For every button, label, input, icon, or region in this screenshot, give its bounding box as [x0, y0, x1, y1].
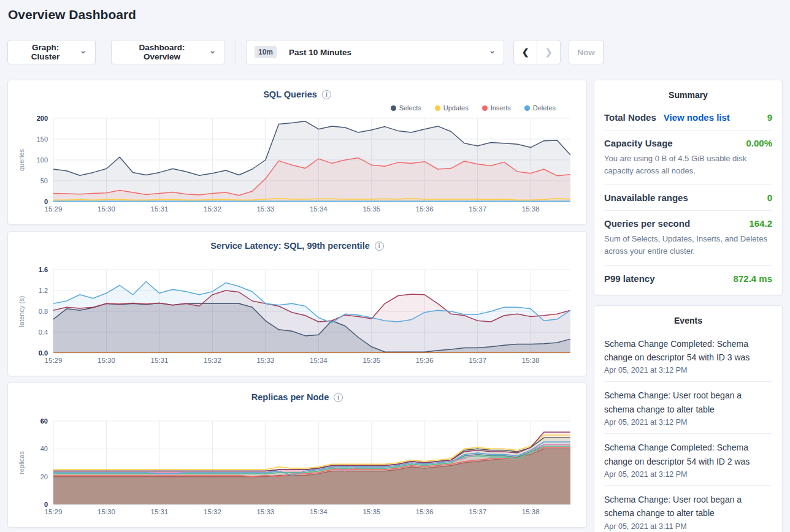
svg-text:15:36: 15:36 — [416, 205, 434, 213]
svg-text:15:33: 15:33 — [256, 205, 274, 213]
event-timestamp: Apr 05, 2021 at 3:12 PM — [604, 366, 772, 374]
info-icon[interactable]: i — [375, 241, 384, 251]
svg-text:15:29: 15:29 — [45, 357, 63, 364]
legend-dot-icon — [435, 105, 440, 111]
summary-label: Unavailable ranges — [604, 192, 688, 203]
svg-text:15:34: 15:34 — [310, 205, 328, 213]
service-latency-card: Service Latency: SQL, 99th percentile i … — [7, 231, 587, 376]
event-text: Schema Change Completed: Schema change o… — [604, 441, 772, 468]
svg-text:60: 60 — [40, 417, 48, 425]
time-prev-button[interactable]: ❮ — [513, 40, 537, 64]
summary-row-qps: Queries per second 164.2 Sum of Selects,… — [604, 210, 772, 265]
summary-label: Queries per second — [604, 218, 690, 229]
chevron-down-icon: ⌄ — [489, 48, 496, 54]
legend-label: Selects — [399, 104, 421, 112]
time-range-label: Past 10 Minutes — [289, 48, 351, 57]
svg-text:15:34: 15:34 — [310, 357, 328, 364]
svg-text:40: 40 — [40, 445, 48, 452]
legend-item[interactable]: Selects — [391, 104, 421, 112]
svg-text:latency (s): latency (s) — [18, 296, 25, 327]
sql-queries-legend: SelectsUpdatesInsertsDeletes — [17, 101, 578, 115]
svg-text:15:30: 15:30 — [98, 508, 115, 515]
svg-text:0.0: 0.0 — [39, 349, 48, 357]
summary-label: Capacity Usage — [604, 138, 673, 148]
event-text: Schema Change: User root began a schema … — [604, 389, 772, 416]
events-panel: Events Schema Change Completed: Schema c… — [594, 305, 783, 532]
legend-dot-icon — [524, 105, 530, 111]
time-range-picker[interactable]: 10m Past 10 Minutes ⌄ — [246, 40, 504, 64]
summary-value: 9 — [767, 112, 772, 123]
legend-item[interactable]: Deletes — [524, 104, 556, 112]
dashboard-dropdown[interactable]: Dashboard: Overview ⌄ — [111, 40, 225, 64]
svg-text:15:38: 15:38 — [522, 508, 540, 515]
summary-row-capacity: Capacity Usage 0.00% You are using 0 B o… — [604, 130, 772, 184]
legend-label: Deletes — [533, 104, 556, 112]
svg-text:queries: queries — [18, 148, 25, 171]
svg-text:15:30: 15:30 — [98, 205, 115, 213]
summary-value: 0 — [767, 192, 772, 203]
svg-text:15:32: 15:32 — [204, 205, 221, 213]
view-nodes-list-link[interactable]: View nodes list — [664, 112, 730, 123]
svg-text:15:31: 15:31 — [151, 357, 169, 364]
replicas-title: Replicas per Node — [251, 392, 329, 402]
svg-text:15:37: 15:37 — [469, 508, 486, 515]
summary-value: 0.00% — [746, 138, 772, 148]
summary-panel: Summary Total Nodes View nodes list 9 Ca… — [594, 80, 783, 295]
graph-dropdown[interactable]: Graph: Cluster ⌄ — [7, 40, 96, 64]
summary-label: Total Nodes — [604, 112, 656, 123]
time-next-button[interactable]: ❯ — [537, 40, 561, 64]
svg-text:15:35: 15:35 — [362, 357, 380, 364]
chevron-down-icon: ⌄ — [209, 48, 216, 54]
summary-value: 872.4 ms — [734, 273, 772, 284]
svg-text:15:31: 15:31 — [151, 205, 169, 213]
svg-text:15:38: 15:38 — [522, 205, 540, 213]
time-nav-group: ❮ ❯ — [513, 40, 561, 64]
graph-dropdown-label: Graph: Cluster — [17, 43, 74, 61]
svg-text:replicas: replicas — [18, 451, 25, 474]
now-button[interactable]: Now — [569, 40, 604, 64]
svg-text:0.8: 0.8 — [39, 308, 48, 315]
event-timestamp: Apr 05, 2021 at 3:11 PM — [604, 522, 772, 531]
svg-text:15:33: 15:33 — [256, 357, 274, 364]
legend-item[interactable]: Inserts — [482, 104, 511, 112]
svg-text:15:29: 15:29 — [45, 205, 63, 213]
service-latency-chart: 15:2915:3015:3115:3215:3315:3415:3515:36… — [17, 266, 578, 369]
svg-text:15:30: 15:30 — [98, 357, 115, 364]
right-column: Summary Total Nodes View nodes list 9 Ca… — [594, 80, 783, 532]
time-range-badge: 10m — [255, 46, 277, 58]
chevron-left-icon: ❮ — [522, 47, 529, 57]
chevron-down-icon: ⌄ — [80, 48, 86, 54]
legend-label: Inserts — [491, 104, 511, 112]
svg-text:0.4: 0.4 — [39, 329, 48, 336]
event-text: Schema Change Completed: Schema change o… — [604, 337, 772, 365]
event-timestamp: Apr 05, 2021 at 3:12 PM — [604, 470, 772, 479]
events-title: Events — [604, 314, 772, 330]
event-item: Schema Change Completed: Schema change o… — [604, 330, 772, 382]
svg-text:0: 0 — [44, 198, 48, 205]
info-icon[interactable]: i — [322, 90, 331, 99]
events-list: Schema Change Completed: Schema change o… — [604, 330, 772, 532]
service-latency-title: Service Latency: SQL, 99th percentile — [210, 241, 370, 251]
svg-text:15:33: 15:33 — [256, 508, 274, 515]
legend-item[interactable]: Updates — [435, 104, 469, 112]
svg-text:15:37: 15:37 — [469, 357, 486, 364]
dashboard-dropdown-label: Dashboard: Overview — [120, 43, 204, 61]
svg-text:15:35: 15:35 — [362, 205, 380, 213]
legend-dot-icon — [391, 105, 396, 111]
summary-label: P99 latency — [604, 273, 655, 284]
chevron-right-icon: ❯ — [545, 47, 553, 57]
summary-subtext: You are using 0 B of 4.5 GiB usable disk… — [604, 153, 772, 177]
svg-text:0: 0 — [44, 501, 48, 508]
svg-text:50: 50 — [40, 177, 48, 184]
summary-subtext: Sum of Selects, Updates, Inserts, and De… — [604, 233, 772, 257]
summary-title: Summary — [604, 89, 772, 105]
legend-label: Updates — [443, 104, 469, 112]
summary-value: 164.2 — [749, 218, 772, 229]
sql-queries-chart: 15:2915:3015:3115:3215:3315:3415:3515:36… — [17, 115, 578, 218]
info-icon[interactable]: i — [334, 393, 343, 402]
svg-text:15:37: 15:37 — [469, 205, 486, 213]
svg-text:15:36: 15:36 — [416, 508, 434, 515]
summary-row-p99: P99 latency 872.4 ms — [604, 265, 772, 291]
replicas-per-node-chart: 15:2915:3015:3115:3215:3315:3415:3515:36… — [17, 417, 578, 520]
svg-text:100: 100 — [37, 156, 48, 164]
